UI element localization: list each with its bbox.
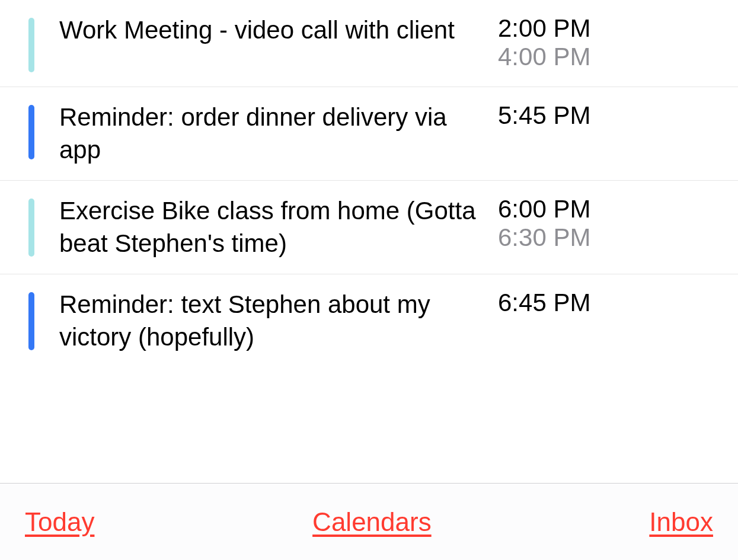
event-end-time: 6:30 PM bbox=[498, 223, 590, 252]
event-start-time: 6:00 PM bbox=[498, 195, 590, 223]
event-list: Work Meeting - video call with client 2:… bbox=[0, 0, 738, 368]
event-end-time: 4:00 PM bbox=[498, 43, 590, 71]
today-button[interactable]: Today bbox=[24, 505, 95, 539]
bottom-toolbar: Today Calendars Inbox bbox=[0, 483, 738, 560]
event-title: Work Meeting - video call with client bbox=[59, 14, 486, 47]
event-title: Reminder: text Stephen about my victory … bbox=[59, 289, 486, 353]
event-title: Reminder: order dinner delivery via app bbox=[59, 101, 486, 166]
calendar-color-bar bbox=[28, 199, 34, 257]
event-times: 5:45 PM bbox=[498, 101, 590, 130]
calendar-color-bar bbox=[28, 292, 34, 350]
calendar-color-bar bbox=[28, 105, 34, 159]
event-start-time: 2:00 PM bbox=[498, 14, 590, 43]
calendars-button[interactable]: Calendars bbox=[311, 505, 433, 539]
event-row[interactable]: Reminder: order dinner delivery via app … bbox=[0, 87, 738, 181]
inbox-button[interactable]: Inbox bbox=[648, 505, 714, 539]
event-times: 2:00 PM 4:00 PM bbox=[498, 14, 590, 71]
event-start-time: 6:45 PM bbox=[498, 289, 590, 317]
event-row[interactable]: Exercise Bike class from home (Gotta bea… bbox=[0, 181, 738, 274]
event-title: Exercise Bike class from home (Gotta bea… bbox=[59, 195, 486, 260]
event-start-time: 5:45 PM bbox=[498, 101, 590, 130]
event-times: 6:00 PM 6:30 PM bbox=[498, 195, 590, 252]
event-times: 6:45 PM bbox=[498, 289, 590, 317]
calendar-color-bar bbox=[28, 18, 34, 72]
event-row[interactable]: Work Meeting - video call with client 2:… bbox=[0, 0, 738, 87]
event-row[interactable]: Reminder: text Stephen about my victory … bbox=[0, 274, 738, 367]
